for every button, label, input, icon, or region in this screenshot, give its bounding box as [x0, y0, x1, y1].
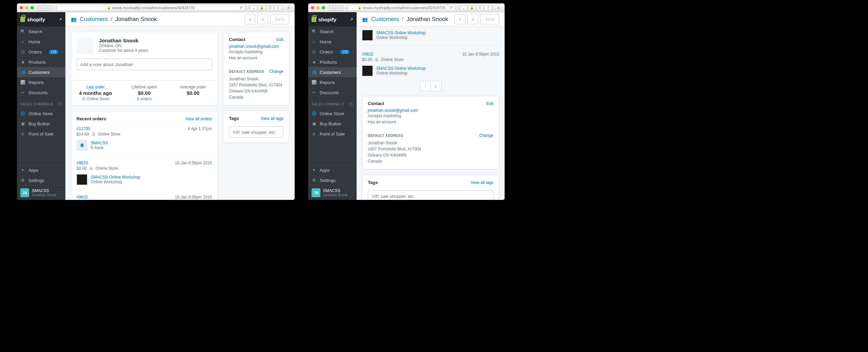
back-button[interactable]: ‹	[329, 5, 336, 11]
sidebar-item-apps[interactable]: ✦ Apps	[308, 165, 357, 175]
order-id-link[interactable]: #11700	[77, 126, 90, 131]
sidebar-item-home[interactable]: ⌂ Home	[17, 37, 65, 47]
shopify-logo-icon	[20, 17, 25, 22]
chevron-right-icon: ›	[62, 50, 63, 54]
share-icon[interactable]: ⇪	[484, 5, 492, 11]
browser-nav[interactable]: ‹ ›	[38, 5, 51, 11]
order-id-link[interactable]: #9632	[77, 195, 88, 200]
pager-next-button[interactable]: ›	[431, 81, 442, 91]
tags-input[interactable]	[229, 126, 283, 138]
contact-title: Contact	[229, 37, 245, 42]
globe-icon	[375, 58, 378, 61]
sidebar-item-apps[interactable]: ✦ Apps	[17, 165, 65, 175]
sidebar-item-products[interactable]: ◈ Products ›	[17, 57, 65, 67]
forward-button[interactable]: ›	[45, 5, 51, 11]
order-item-name[interactable]: SMACSS Online Workshop	[91, 175, 140, 180]
sidebar-user[interactable]: JS SMACSS Jonathan Snook ˄	[308, 185, 357, 200]
sidebar: shopify ↗ 🔍 Search ⌂ Home ☑ Orders 135 ›	[17, 12, 65, 200]
sidebar-item-settings[interactable]: ⚙ Settings	[17, 175, 65, 185]
sidebar-item-pos[interactable]: ◎ Point of Sale ›	[308, 129, 357, 139]
contact-email[interactable]: jonathan.snook@gmail.com	[368, 108, 493, 113]
sidebar-item-discounts[interactable]: ✂ Discounts	[17, 87, 65, 98]
browser-nav[interactable]: ‹ ›	[329, 5, 343, 11]
save-button[interactable]: Save	[270, 14, 289, 24]
order-item-name[interactable]: SMACSS	[91, 141, 108, 145]
sidebar-item-orders[interactable]: ☑ Orders 135 ›	[17, 47, 65, 57]
sidebar-item-search[interactable]: 🔍 Search	[17, 26, 65, 37]
sidebar-item-buy-button[interactable]: ▣ Buy Button	[17, 119, 65, 129]
add-channel-button[interactable]: +	[57, 102, 62, 106]
sidebar-user[interactable]: JS SMACSS Jonathan Snook ˄	[17, 185, 65, 200]
view-all-tags-link[interactable]: View all tags	[261, 116, 283, 121]
tags-card: Tags View all tags	[223, 111, 289, 143]
view-all-orders-link[interactable]: View all orders	[186, 117, 212, 121]
add-channel-button[interactable]: +	[348, 102, 353, 106]
url-text: snook.myshopify.com/admin/customers/9241…	[363, 6, 445, 10]
window-controls[interactable]	[311, 6, 325, 9]
refresh-icon[interactable]: ⟳	[450, 5, 453, 10]
external-icon[interactable]: ↗	[59, 17, 62, 22]
sidebar-item-search[interactable]: 🔍 Search	[308, 26, 357, 37]
apps-icon: ✦	[312, 168, 316, 172]
next-customer-button[interactable]: ›	[257, 14, 268, 24]
order-date: 4 Apr 1:37pm	[188, 126, 212, 131]
forward-button[interactable]: ›	[336, 5, 343, 11]
new-tab-button[interactable]: +	[285, 5, 292, 11]
reader-icon[interactable]: 🔒	[258, 5, 266, 11]
url-bar[interactable]: 🔒 snook.myshopify.com/admin/customers/92…	[347, 5, 455, 11]
sidebar-item-customers[interactable]: 👥 Customers	[308, 67, 357, 77]
sidebar-item-customers[interactable]: 👥 Customers	[17, 67, 65, 77]
order-id-link[interactable]: #9633	[77, 161, 88, 165]
sidebar-item-online-store[interactable]: 🌐 Online Store ›	[308, 108, 357, 119]
gear-icon: ⚙	[20, 178, 25, 183]
sidebar-item-discounts[interactable]: ✂ Discounts	[308, 87, 357, 98]
pocket-icon[interactable]: ⌄	[460, 5, 467, 11]
discounts-icon: ✂	[20, 90, 25, 95]
sidebar-item-pos[interactable]: ◎ Point of Sale ›	[17, 129, 65, 139]
chevron-right-icon: ›	[353, 112, 354, 115]
tags-input[interactable]	[368, 190, 493, 200]
pager-prev-button[interactable]: ‹	[420, 81, 431, 91]
url-bar[interactable]: 🔒 snook.myshopify.com/admin/customers/92…	[56, 5, 245, 11]
sidebar-item-orders[interactable]: ☑ Orders 135 ›	[308, 47, 357, 57]
breadcrumb-customers[interactable]: Customers	[371, 16, 399, 22]
sidebar-item-products[interactable]: ◈ Products ›	[308, 57, 357, 67]
sidebar-item-reports[interactable]: 📊 Reports	[17, 77, 65, 87]
customer-note-input[interactable]	[77, 59, 212, 70]
sidebar: shopify ↗ 🔍 Search ⌂ Home ☑ Orders 135 ›	[308, 12, 357, 200]
share-icon[interactable]: ⇪	[274, 5, 282, 11]
prev-customer-button[interactable]: ‹	[454, 14, 465, 24]
info-icon[interactable]: ⓘ	[476, 5, 484, 11]
new-tab-button[interactable]: +	[495, 5, 502, 11]
change-address-link[interactable]: Change	[479, 133, 493, 138]
window-controls[interactable]	[20, 6, 34, 9]
tags-card: Tags View all tags	[362, 175, 499, 200]
external-icon[interactable]: ↗	[350, 17, 353, 22]
sidebar-section-channels: SALES CHANNELS +	[308, 98, 357, 108]
sidebar-item-reports[interactable]: 📊 Reports	[308, 77, 357, 87]
prev-customer-button[interactable]: ‹	[245, 14, 255, 24]
order-item-name[interactable]: SMACSS Online Workshop	[376, 66, 426, 71]
sidebar-item-settings[interactable]: ⚙ Settings	[308, 175, 357, 185]
sidebar-item-online-store[interactable]: 🌐 Online Store ›	[17, 108, 65, 119]
edit-contact-link[interactable]: Edit	[486, 101, 493, 106]
breadcrumb: Customers / Jonathan Snook	[371, 16, 448, 23]
back-button[interactable]: ‹	[38, 5, 45, 11]
change-address-link[interactable]: Change	[269, 69, 283, 74]
sidebar-item-home[interactable]: ⌂ Home	[308, 37, 357, 47]
next-customer-button[interactable]: ›	[467, 14, 478, 24]
info-icon[interactable]: ⓘ	[266, 5, 274, 11]
order-id-link[interactable]: #9632	[362, 52, 373, 57]
edit-contact-link[interactable]: Edit	[276, 37, 283, 42]
order-item-name[interactable]: SMACSS Online Workshop	[376, 30, 426, 35]
breadcrumb-customers[interactable]: Customers	[80, 16, 108, 22]
sidebar-item-buy-button[interactable]: ▣ Buy Button	[308, 119, 357, 129]
topbar: 👥 Customers / Jonathan Snook ‹ › Save	[357, 12, 505, 26]
pocket-icon[interactable]: ⌄	[250, 5, 257, 11]
save-button[interactable]: Save	[480, 14, 499, 24]
reader-icon[interactable]: 🔒	[468, 5, 475, 11]
contact-email[interactable]: jonathan.snook@gmail.com	[229, 44, 283, 49]
view-all-tags-link[interactable]: View all tags	[471, 180, 493, 185]
default-address-title: DEFAULT ADDRESS	[368, 134, 403, 138]
refresh-icon[interactable]: ⟳	[240, 5, 243, 10]
